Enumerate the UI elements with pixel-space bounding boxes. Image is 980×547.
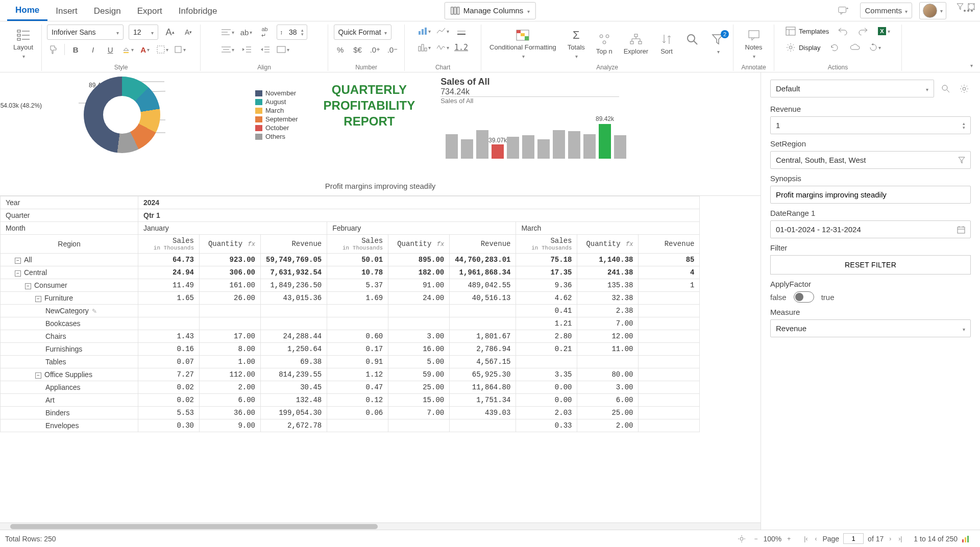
explorer-button[interactable]: Explorer: [621, 31, 651, 56]
cell[interactable]: 26.00: [200, 292, 261, 305]
row-header[interactable]: Bookcases: [1, 317, 138, 330]
cell[interactable]: 7.00: [577, 317, 639, 330]
topn-button[interactable]: Top n: [593, 31, 616, 56]
cell[interactable]: [138, 317, 200, 330]
cell[interactable]: 9.36: [516, 279, 577, 292]
cell[interactable]: 1,751.34: [450, 394, 516, 407]
cell[interactable]: 36.00: [200, 407, 261, 419]
cell[interactable]: 1.12: [327, 368, 388, 381]
cell[interactable]: [639, 330, 700, 343]
new-comment-button[interactable]: [834, 2, 853, 19]
row-header[interactable]: Art: [1, 394, 138, 407]
revenue-field[interactable]: 1 ▴▾: [770, 116, 971, 134]
cell[interactable]: 7.27: [138, 368, 200, 381]
expand-icon[interactable]: [968, 3, 975, 10]
tree-toggle[interactable]: −: [25, 283, 31, 289]
chart-bar-button[interactable]: [418, 24, 431, 38]
redo-button[interactable]: [856, 24, 870, 38]
font-color-button[interactable]: A: [138, 43, 152, 56]
cell[interactable]: 11,864.80: [450, 381, 516, 394]
display-button[interactable]: Display: [786, 42, 821, 53]
align-vertical-button[interactable]: [222, 43, 235, 56]
table-row[interactable]: NewCategory✎0.412.38: [1, 305, 700, 317]
notes-button[interactable]: Notes: [742, 27, 766, 61]
row-header[interactable]: Appliances: [1, 381, 138, 394]
status-settings-button[interactable]: [735, 532, 748, 545]
cell[interactable]: [388, 317, 450, 330]
zoom-in-button[interactable]: +: [786, 535, 792, 542]
cell[interactable]: 0.06: [327, 407, 388, 419]
row-header[interactable]: Envelopes: [1, 419, 138, 432]
horizontal-scrollbar[interactable]: [0, 523, 761, 530]
cell[interactable]: 69.38: [261, 356, 327, 368]
cell[interactable]: 24,288.44: [261, 330, 327, 343]
page-input[interactable]: [843, 533, 864, 544]
zoom-out-button[interactable]: −: [752, 535, 759, 542]
cell[interactable]: 16.00: [388, 343, 450, 356]
cell[interactable]: 814,239.55: [261, 368, 327, 381]
cell[interactable]: 112.00: [200, 368, 261, 381]
fit-button[interactable]: [277, 43, 290, 56]
align-horizontal-button[interactable]: [222, 26, 235, 39]
cell[interactable]: [639, 305, 700, 317]
decrease-indent-button[interactable]: [240, 43, 253, 56]
font-family-select[interactable]: Inforiver Sans: [47, 24, 124, 40]
cell[interactable]: [639, 343, 700, 356]
synopsis-field[interactable]: [770, 186, 971, 204]
undo-button[interactable]: [836, 24, 849, 38]
applyfactor-toggle[interactable]: [794, 291, 814, 303]
indent-stepper[interactable]: ↕ 38 ▴▾: [277, 24, 307, 40]
table-row[interactable]: Furnishings0.168.001,250.640.1716.002,78…: [1, 343, 700, 356]
tab-design[interactable]: Design: [86, 1, 129, 20]
layout-button[interactable]: Layout: [10, 27, 36, 61]
font-size-select[interactable]: 12: [129, 24, 158, 40]
row-header[interactable]: −Central: [1, 266, 138, 279]
font-shrink-button[interactable]: A▾: [182, 26, 195, 39]
row-header[interactable]: Binders: [1, 407, 138, 419]
row-header[interactable]: Tables: [1, 356, 138, 368]
cell[interactable]: [639, 356, 700, 368]
cell[interactable]: 3.35: [516, 368, 577, 381]
cell[interactable]: [639, 292, 700, 305]
cell[interactable]: 4.62: [516, 292, 577, 305]
row-header[interactable]: −Office Supplies: [1, 368, 138, 381]
cell[interactable]: 0.60: [327, 330, 388, 343]
cell[interactable]: 2.38: [577, 305, 639, 317]
page-next-button[interactable]: ›: [888, 535, 893, 542]
chart-bar2-button[interactable]: [418, 41, 431, 54]
cell[interactable]: 1,849,236.50: [261, 279, 327, 292]
cell[interactable]: [639, 419, 700, 432]
cell[interactable]: 923.00: [200, 254, 261, 266]
panel-preset-select[interactable]: Default: [770, 80, 934, 97]
cell[interactable]: 32.38: [577, 292, 639, 305]
row-header[interactable]: −Furniture: [1, 292, 138, 305]
cell[interactable]: [388, 305, 450, 317]
cell[interactable]: 10.78: [327, 266, 388, 279]
underline-button[interactable]: U: [104, 43, 117, 56]
cell[interactable]: 1.43: [138, 330, 200, 343]
tree-toggle[interactable]: −: [15, 258, 21, 264]
templates-button[interactable]: Templates: [786, 26, 829, 36]
cell[interactable]: [261, 305, 327, 317]
cell[interactable]: [200, 317, 261, 330]
cell[interactable]: 3.00: [577, 381, 639, 394]
cell[interactable]: 0.47: [327, 381, 388, 394]
percent-button[interactable]: %: [334, 43, 347, 56]
tree-toggle[interactable]: −: [35, 372, 41, 379]
tree-toggle[interactable]: −: [35, 296, 41, 302]
cell[interactable]: 25.00: [388, 381, 450, 394]
excel-export-button[interactable]: X: [877, 24, 890, 38]
table-row[interactable]: Bookcases1.217.00: [1, 317, 700, 330]
table-row[interactable]: −All64.73923.0059,749,769.0550.01895.004…: [1, 254, 700, 266]
more-style-button[interactable]: [173, 43, 186, 56]
cell[interactable]: 1.65: [138, 292, 200, 305]
comments-dropdown[interactable]: Comments: [860, 3, 912, 18]
table-row[interactable]: Binders5.5336.00199,054.300.067.00439.03…: [1, 407, 700, 419]
cell[interactable]: 2,672.78: [261, 419, 327, 432]
cell[interactable]: 0.41: [516, 305, 577, 317]
cell[interactable]: 199,054.30: [261, 407, 327, 419]
analyze-search-button[interactable]: [682, 31, 702, 56]
cell[interactable]: 91.00: [388, 279, 450, 292]
cell[interactable]: 306.00: [200, 266, 261, 279]
table-row[interactable]: Chairs1.4317.0024,288.440.603.001,801.67…: [1, 330, 700, 343]
